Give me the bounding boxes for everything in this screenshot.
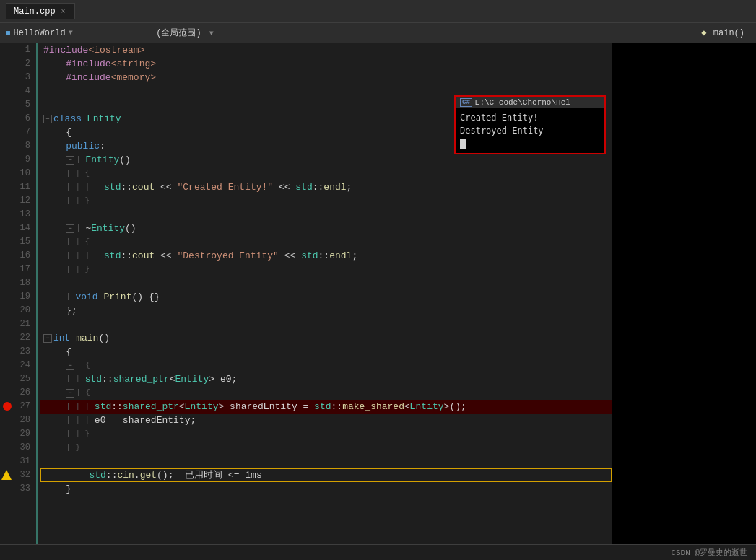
code-line-18 [40, 276, 612, 290]
line-num-10: 10 [0, 167, 36, 180]
code-line-32: std::cin.get(); 已用时间 <= 1ms [40, 468, 612, 482]
code-line-3: #include<memory> [40, 71, 612, 84]
code-line-17: | | } [40, 263, 612, 276]
output-popup-path: E:\C code\Cherno\Hel [475, 98, 570, 107]
credit-text: CSDN @罗曼史的逝世 [671, 547, 747, 558]
line-num-26: 26 [0, 386, 36, 400]
toolbar-project[interactable]: ■ HelloWorld ▼ [6, 28, 107, 38]
dropdown-icon: ▼ [69, 29, 73, 37]
output-popup: C# E:\C code\Cherno\Hel Created Entity! … [454, 95, 606, 154]
code-line-21 [40, 318, 612, 331]
code-line-16: | | | std::cout << "Destroyed Entity" <<… [40, 249, 612, 263]
fold-marker-24[interactable]: − [66, 362, 74, 370]
line-num-23: 23 [0, 345, 36, 359]
current-line-indicator [36, 43, 38, 560]
fold-marker-14[interactable]: − [66, 224, 74, 233]
toolbar-function[interactable]: ◆ main() [701, 27, 744, 38]
main-layout: 1 2 3 4 5 6 7 8 9 10 11 12 13 14 15 16 1… [0, 43, 756, 560]
code-line-1: #include<iostream> [40, 43, 612, 57]
project-icon: ■ [6, 29, 11, 38]
func-label: main() [713, 28, 744, 38]
line-num-17: 17 [0, 263, 36, 276]
line-num-32: 32 [0, 468, 36, 482]
tab-close-button[interactable]: × [60, 7, 67, 17]
line-num-21: 21 [0, 318, 36, 331]
code-line-2: #include<string> [40, 57, 612, 71]
func-icon: ◆ [701, 28, 706, 38]
line-num-30: 30 [0, 441, 36, 455]
code-line-13 [40, 208, 612, 222]
code-editor[interactable]: #include<iostream> #include<string> #inc… [36, 43, 612, 560]
line-num-14: 14 [0, 222, 36, 235]
warning-indicator [1, 470, 12, 480]
line-num-31: 31 [0, 455, 36, 468]
output-popup-title: C# E:\C code\Cherno\Hel [456, 97, 604, 108]
line-num-4: 4 [0, 84, 36, 98]
code-line-15: | | { [40, 235, 612, 249]
right-panel [612, 43, 756, 560]
line-num-13: 13 [0, 208, 36, 222]
line-num-1: 1 [0, 43, 36, 57]
line-num-18: 18 [0, 276, 36, 290]
code-line-25: | | std::shared_ptr<Entity> e0; [40, 372, 612, 386]
output-line-1: Created Entity! [460, 111, 600, 124]
line-num-5: 5 [0, 98, 36, 112]
code-line-11: | | | std::cout << "Created Entity!" << … [40, 180, 612, 194]
output-cursor [460, 137, 600, 150]
line-num-27: 27 [0, 400, 36, 414]
code-line-20: }; [40, 304, 612, 318]
line-numbers-gutter: 1 2 3 4 5 6 7 8 9 10 11 12 13 14 15 16 1… [0, 43, 36, 560]
line-num-24: 24 [0, 359, 36, 372]
project-name: HelloWorld [14, 28, 66, 38]
code-line-31 [40, 455, 612, 468]
line-num-11: 11 [0, 180, 36, 194]
code-line-22: −int main() [40, 331, 612, 345]
line-num-8: 8 [0, 139, 36, 153]
code-line-30: | } [40, 441, 612, 455]
code-line-19: | void Print() {} [40, 290, 612, 304]
line-num-3: 3 [0, 71, 36, 84]
line-num-2: 2 [0, 57, 36, 71]
code-line-24: − { [40, 359, 612, 372]
fold-marker-22[interactable]: − [43, 334, 52, 343]
code-line-29: | | } [40, 427, 612, 441]
code-line-28: | | | e0 = sharedEntity; [40, 414, 612, 427]
line-num-29: 29 [0, 427, 36, 441]
line-num-33: 33 [0, 482, 36, 496]
code-line-23: { [40, 345, 612, 359]
cs-icon: C# [460, 98, 472, 107]
line-num-9: 9 [0, 153, 36, 167]
line-num-15: 15 [0, 235, 36, 249]
code-line-10: | | { [40, 167, 612, 180]
scope-dropdown-icon: ▼ [209, 30, 214, 38]
line-num-19: 19 [0, 290, 36, 304]
output-popup-body: Created Entity! Destroyed Entity [456, 108, 604, 153]
line-num-25: 25 [0, 372, 36, 386]
tab-label: Main.cpp [14, 6, 56, 17]
code-line-9: −| Entity() [40, 153, 612, 167]
fold-marker-6[interactable]: − [43, 115, 52, 123]
line-num-22: 22 [0, 331, 36, 345]
code-line-26: −| { [40, 386, 612, 400]
toolbar-scope[interactable]: (全局范围) ▼ [113, 27, 257, 39]
tab-maincpp[interactable]: Main.cpp × [6, 3, 75, 19]
line-num-20: 20 [0, 304, 36, 318]
code-line-14: −| ~Entity() [40, 222, 612, 235]
status-bar: CSDN @罗曼史的逝世 [0, 544, 756, 560]
line-num-7: 7 [0, 126, 36, 139]
line-num-12: 12 [0, 194, 36, 208]
code-line-33: } [40, 482, 612, 496]
line-num-28: 28 [0, 414, 36, 427]
line-num-16: 16 [0, 249, 36, 263]
code-line-27: | | | std::shared_ptr<Entity> sharedEnti… [40, 400, 612, 414]
code-line-12: | | } [40, 194, 612, 208]
breakpoint-indicator [3, 402, 12, 411]
output-line-2: Destroyed Entity [460, 124, 600, 137]
fold-marker-9[interactable]: − [66, 156, 74, 165]
toolbar: ■ HelloWorld ▼ (全局范围) ▼ ◆ main() [0, 23, 756, 43]
fold-marker-26[interactable]: − [66, 389, 74, 398]
line-num-6: 6 [0, 112, 36, 126]
title-bar: Main.cpp × [0, 0, 756, 23]
scope-label: (全局范围) [156, 28, 201, 38]
